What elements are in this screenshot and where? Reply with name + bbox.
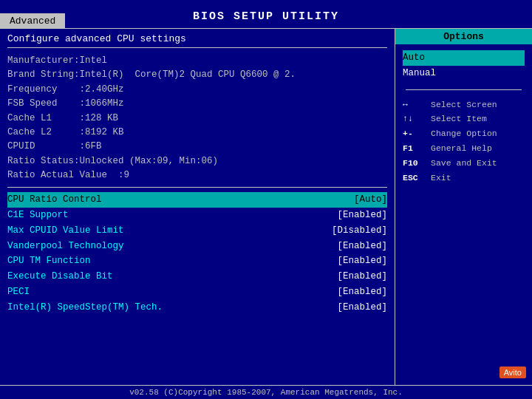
- help-table: ↔Select Screen↑↓Select Item+-Change Opti…: [403, 98, 525, 185]
- setting-row-2[interactable]: Max CPUID Value Limit[Disabled]: [7, 223, 387, 239]
- bios-title: BIOS SETUP UTILITY: [193, 10, 339, 23]
- cpu-info-block: Manufacturer:Intel Brand String:Intel(R)…: [7, 54, 387, 183]
- setting-name-4: CPU TM Function: [7, 254, 91, 268]
- setting-row-4[interactable]: CPU TM Function[Enabled]: [7, 253, 387, 269]
- setting-name-1: C1E Support: [7, 208, 69, 222]
- help-row-0: ↔Select Screen: [403, 98, 525, 112]
- info-frequency: Frequency :2.40GHz: [7, 83, 387, 97]
- help-row-1: ↑↓Select Item: [403, 112, 525, 126]
- option-auto[interactable]: Auto: [403, 50, 525, 66]
- setting-value-1: [Enabled]: [337, 208, 387, 222]
- header-tabs: Advanced: [0, 13, 65, 28]
- option-manual[interactable]: Manual: [403, 66, 525, 81]
- help-desc-3: General Help: [431, 142, 492, 155]
- setting-row-1[interactable]: C1E Support[Enabled]: [7, 208, 387, 223]
- help-row-3: F1General Help: [403, 141, 525, 156]
- divider-1: [7, 187, 387, 188]
- help-key-1: ↑↓: [403, 112, 431, 126]
- info-cache-l2: Cache L2 :8192 KB: [7, 126, 387, 140]
- help-desc-0: Select Screen: [431, 98, 497, 112]
- right-panel: Options Auto Manual ↔Select Screen↑↓Sele…: [395, 29, 532, 385]
- help-key-0: ↔: [403, 98, 431, 112]
- help-desc-2: Change Option: [431, 127, 497, 140]
- setting-name-5: Execute Disable Bit: [7, 270, 113, 284]
- help-key-4: F10: [403, 157, 431, 170]
- help-row-2: +-Change Option: [403, 126, 525, 141]
- help-key-3: F1: [403, 142, 431, 155]
- setting-row-6[interactable]: PECI[Enabled]: [7, 284, 387, 300]
- info-ratio-status: Ratio Status:Unlocked (Max:09, Min:06): [7, 154, 387, 168]
- setting-value-5: [Enabled]: [337, 270, 387, 284]
- tab-advanced[interactable]: Advanced: [0, 13, 65, 28]
- main-area: Configure advanced CPU settings Manufact…: [0, 28, 532, 385]
- setting-row-3[interactable]: Vanderpool Technology[Enabled]: [7, 239, 387, 254]
- setting-value-6: [Enabled]: [337, 285, 387, 299]
- setting-value-2: [Disabled]: [332, 224, 387, 238]
- setting-name-2: Max CPUID Value Limit: [7, 224, 124, 238]
- setting-row-5[interactable]: Execute Disable Bit[Enabled]: [7, 269, 387, 284]
- help-divider: [406, 89, 522, 90]
- setting-value-0: [Auto]: [354, 193, 387, 207]
- info-cpuid: CPUID :6FB: [7, 140, 387, 154]
- info-manufacturer: Manufacturer:Intel: [7, 54, 387, 68]
- section-title: Configure advanced CPU settings: [7, 33, 387, 48]
- help-desc-5: Exit: [431, 171, 451, 185]
- info-brand: Brand String:Intel(R) Core(TM)2 Quad CPU…: [7, 68, 387, 82]
- options-content: Auto Manual ↔Select Screen↑↓Select Item+…: [395, 44, 532, 385]
- setting-name-7: Intel(R) SpeedStep(TM) Tech.: [7, 301, 163, 315]
- help-row-5: ESCExit: [403, 171, 525, 185]
- setting-row-7[interactable]: Intel(R) SpeedStep(TM) Tech.[Enabled]: [7, 300, 387, 316]
- help-desc-1: Select Item: [431, 112, 487, 126]
- setting-name-0: CPU Ratio Control: [7, 193, 102, 207]
- setting-row-0[interactable]: CPU Ratio Control[Auto]: [7, 192, 387, 208]
- setting-value-7: [Enabled]: [337, 301, 387, 315]
- avito-badge: Avito: [499, 366, 526, 378]
- setting-name-3: Vanderpool Technology: [7, 239, 124, 253]
- header-bar: Advanced BIOS SETUP UTILITY: [0, 0, 532, 28]
- info-fsb: FSB Speed :1066MHz: [7, 97, 387, 111]
- help-key-5: ESC: [403, 171, 431, 185]
- info-cache-l1: Cache L1 :128 KB: [7, 112, 387, 126]
- help-key-2: +-: [403, 127, 431, 140]
- options-header: Options: [395, 29, 532, 44]
- setting-value-3: [Enabled]: [337, 239, 387, 253]
- help-row-4: F10Save and Exit: [403, 156, 525, 171]
- setting-name-6: PECI: [7, 285, 30, 299]
- footer-bar: v02.58 (C)Copyright 1985-2007, American …: [0, 385, 532, 399]
- help-desc-4: Save and Exit: [431, 157, 497, 170]
- bios-screen: Advanced BIOS SETUP UTILITY Configure ad…: [0, 0, 532, 399]
- left-panel: Configure advanced CPU settings Manufact…: [0, 29, 395, 385]
- settings-table: CPU Ratio Control[Auto]C1E Support[Enabl…: [7, 192, 387, 315]
- setting-value-4: [Enabled]: [337, 254, 387, 268]
- info-ratio-actual: Ratio Actual Value :9: [7, 168, 387, 183]
